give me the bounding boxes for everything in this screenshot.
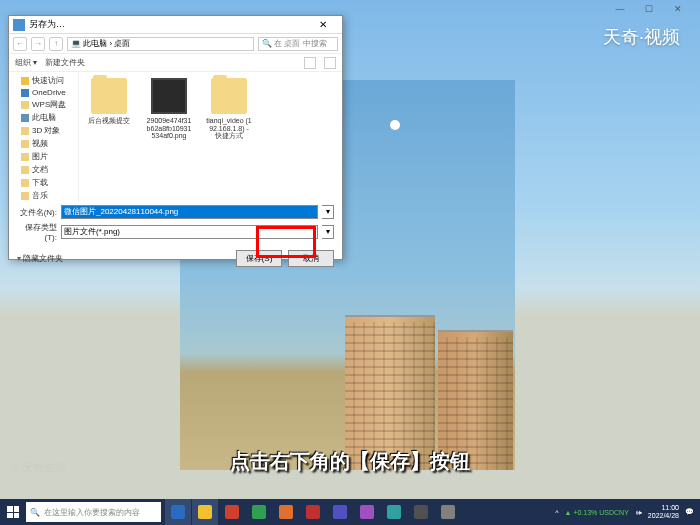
app-icon	[252, 505, 266, 519]
taskbar-app[interactable]	[435, 499, 461, 525]
stock-ticker[interactable]: ▲ +0.13% USDCNY	[565, 509, 629, 516]
dialog-titlebar: 另存为… ✕	[9, 16, 342, 34]
dialog-title: 另存为…	[29, 18, 308, 31]
clock[interactable]: 11:002022/4/28	[648, 504, 679, 519]
filename-label: 文件名(N):	[17, 207, 57, 218]
dialog-nav: ← → ↑ 💻 此电脑 › 桌面 🔍 在 桌面 中搜索	[9, 34, 342, 54]
app-icon	[171, 505, 185, 519]
sidebar-item[interactable]: 图片	[9, 150, 78, 163]
pc-icon	[21, 114, 29, 122]
parent-window-controls: — ☐ ✕	[606, 2, 692, 16]
file-list[interactable]: 后台视频提交29009e474f31b62a8fb10931534af0.png…	[79, 72, 342, 202]
taskbar-app[interactable]	[327, 499, 353, 525]
sidebar-item[interactable]: 此电脑	[9, 111, 78, 124]
taskbar-apps	[165, 499, 461, 525]
notification-icon[interactable]: 💬	[685, 508, 694, 516]
folder-icon	[211, 78, 247, 114]
folder-search[interactable]: 🔍 在 桌面 中搜索	[258, 37, 338, 51]
taskbar-app[interactable]	[300, 499, 326, 525]
folder-icon	[21, 179, 29, 187]
instruction-subtitle: 点击右下角的【保存】按钮	[230, 448, 470, 475]
app-icon	[198, 505, 212, 519]
folder-icon	[21, 153, 29, 161]
folder-icon	[21, 101, 29, 109]
sidebar-item[interactable]: OneDrive	[9, 87, 78, 98]
parent-max[interactable]: ☐	[635, 2, 663, 16]
folder-icon	[21, 166, 29, 174]
filetype-select[interactable]: 图片文件(*.png)	[61, 225, 318, 239]
file-item[interactable]: 后台视频提交	[85, 78, 133, 125]
app-icon	[306, 505, 320, 519]
path-breadcrumb[interactable]: 💻 此电脑 › 桌面	[67, 37, 254, 51]
parent-min[interactable]: —	[606, 2, 634, 16]
folder-sidebar: 快速访问OneDriveWPS网盘此电脑3D 对象视频图片文档下载音乐桌面	[9, 72, 79, 202]
taskbar-app[interactable]	[408, 499, 434, 525]
filetype-label: 保存类型(T):	[17, 222, 57, 242]
drive-icon	[21, 89, 29, 97]
star-icon	[21, 77, 29, 85]
parent-close[interactable]: ✕	[664, 2, 692, 16]
app-icon	[225, 505, 239, 519]
folder-icon	[21, 127, 29, 135]
help-icon[interactable]	[324, 57, 336, 69]
search-icon: 🔍	[30, 508, 40, 517]
taskbar-app[interactable]	[165, 499, 191, 525]
taskbar-app[interactable]	[192, 499, 218, 525]
sidebar-item[interactable]: 音乐	[9, 189, 78, 202]
sidebar-item[interactable]: WPS网盘	[9, 98, 78, 111]
taskbar-search[interactable]: 🔍在这里输入你要搜索的内容	[26, 502, 161, 522]
sidebar-item[interactable]: 下载	[9, 176, 78, 189]
dialog-close-button[interactable]: ✕	[308, 17, 338, 33]
nav-up[interactable]: ↑	[49, 37, 63, 51]
life-watermark: ⊙ 天奇生活	[10, 460, 66, 475]
building-left	[345, 315, 435, 470]
taskbar-app[interactable]	[246, 499, 272, 525]
taskbar-app[interactable]	[273, 499, 299, 525]
tray-chevron-icon[interactable]: ^	[555, 509, 558, 516]
system-tray[interactable]: ^ ▲ +0.13% USDCNY 🕪 11:002022/4/28 💬	[549, 504, 700, 519]
folder-icon	[91, 78, 127, 114]
dialog-toolbar: 组织 ▾ 新建文件夹	[9, 54, 342, 72]
start-button[interactable]	[0, 499, 26, 525]
save-as-dialog: 另存为… ✕ ← → ↑ 💻 此电脑 › 桌面 🔍 在 桌面 中搜索 组织 ▾ …	[8, 15, 343, 260]
ime-icon[interactable]: 🕪	[635, 509, 642, 516]
file-item[interactable]: 29009e474f31b62a8fb10931534af0.png	[145, 78, 193, 140]
app-icon	[333, 505, 347, 519]
save-button[interactable]: 保存(S)	[236, 250, 282, 267]
cancel-button[interactable]: 取消	[288, 250, 334, 267]
folder-icon	[21, 140, 29, 148]
nav-back[interactable]: ←	[13, 37, 27, 51]
taskbar-app[interactable]	[381, 499, 407, 525]
taskbar-app[interactable]	[219, 499, 245, 525]
filename-dropdown[interactable]: ▾	[322, 205, 334, 219]
app-icon	[387, 505, 401, 519]
app-icon	[279, 505, 293, 519]
taskbar-app[interactable]	[354, 499, 380, 525]
img-icon	[151, 78, 187, 114]
desktop: — ☐ ✕ 天奇·视频 ⊙ 天奇生活 点击右下角的【保存】按钮 另存为… ✕ ←…	[0, 0, 700, 525]
brand-watermark: 天奇·视频	[603, 25, 680, 49]
hide-folders-toggle[interactable]: 隐藏文件夹	[17, 253, 230, 264]
app-icon	[414, 505, 428, 519]
windows-logo-icon	[7, 506, 19, 518]
new-folder-button[interactable]: 新建文件夹	[45, 57, 85, 68]
folder-icon	[21, 192, 29, 200]
sidebar-item[interactable]: 快速访问	[9, 74, 78, 87]
moon	[390, 120, 400, 130]
taskbar: 🔍在这里输入你要搜索的内容 ^ ▲ +0.13% USDCNY 🕪 11:002…	[0, 499, 700, 525]
file-item[interactable]: tianqi_video (192.168.1.8) - 快捷方式	[205, 78, 253, 140]
sidebar-item[interactable]: 3D 对象	[9, 124, 78, 137]
sidebar-item[interactable]: 视频	[9, 137, 78, 150]
dialog-app-icon	[13, 19, 25, 31]
organize-menu[interactable]: 组织 ▾	[15, 57, 37, 68]
view-options-icon[interactable]	[304, 57, 316, 69]
filename-input[interactable]: 微信图片_20220428110044.png	[61, 205, 318, 219]
app-icon	[360, 505, 374, 519]
filetype-dropdown[interactable]: ▾	[322, 225, 334, 239]
sidebar-item[interactable]: 文档	[9, 163, 78, 176]
app-icon	[441, 505, 455, 519]
nav-forward[interactable]: →	[31, 37, 45, 51]
